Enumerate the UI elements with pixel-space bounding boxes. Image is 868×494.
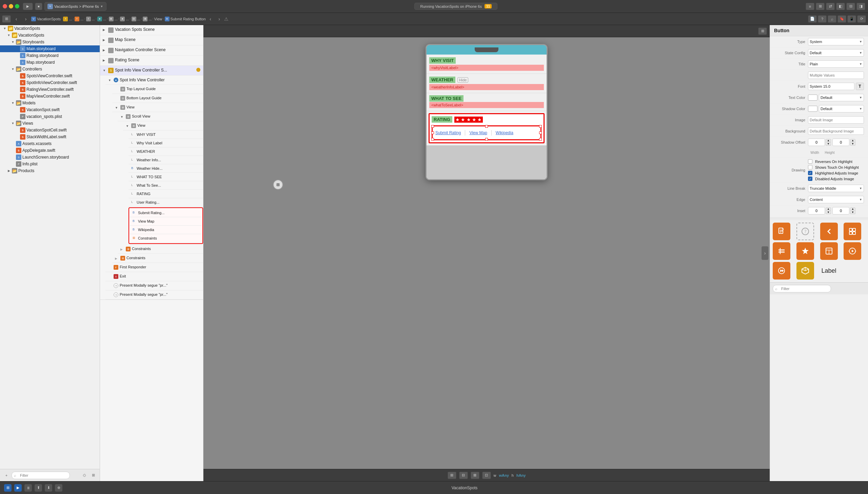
canvas-resize-2[interactable]: ⊟ (459, 472, 468, 479)
bc-item-8[interactable]: ⊟ ... (132, 17, 141, 21)
ib-obj-icon[interactable] (844, 223, 861, 240)
shadow-height-input[interactable] (832, 138, 849, 146)
back-nav-btn[interactable]: ‹ (12, 15, 20, 23)
minimize-button[interactable] (9, 4, 13, 8)
type-select[interactable]: System ▼ (808, 38, 864, 45)
highlighted-adjusts-checkbox[interactable]: ✓ (808, 171, 812, 175)
edge-select[interactable]: Content ▼ (808, 196, 864, 203)
tree-vscell[interactable]: S VacationSpotCell.swift (0, 127, 100, 133)
ib-file-icon[interactable] (773, 223, 790, 240)
tree-vacationspots[interactable]: 📁 VacationSpots (0, 32, 100, 39)
scene-wikipedia[interactable]: B Wikipedia (130, 226, 202, 234)
tree-views[interactable]: 📂 Views (0, 120, 100, 127)
ib-box3d-icon[interactable] (796, 262, 814, 280)
tree-plist[interactable]: P vacation_spots.plist (0, 113, 100, 120)
add-file-btn[interactable]: + (3, 472, 10, 479)
tree-infoplist[interactable]: P Info.plist (0, 160, 100, 167)
shows-touch-checkbox[interactable] (808, 165, 812, 169)
shadowcolor-select[interactable]: Default ▼ (819, 105, 864, 113)
ib-forward-icon[interactable] (773, 262, 790, 280)
image-input[interactable] (808, 116, 864, 124)
bc-item-7[interactable]: ● ... (120, 17, 129, 21)
bc-item-5[interactable]: ● ... (97, 17, 106, 21)
bc-vacationspots[interactable]: V VacationSpots (31, 17, 61, 21)
title-select[interactable]: Plain ▼ (808, 60, 864, 68)
tree-spotsvc[interactable]: S SpotsViewController.swift (0, 73, 100, 79)
right-filter-input[interactable] (773, 285, 831, 292)
tree-assets[interactable]: A Assets.xcassets (0, 140, 100, 147)
scene-inner-view[interactable]: ⊞ View (123, 121, 203, 130)
scene-bottom-layout[interactable]: ⊟ Bottom Layout Guide (112, 94, 203, 103)
ib-grid-icon[interactable] (773, 242, 790, 260)
scene-view-map[interactable]: B View Map (130, 217, 202, 226)
scene-why-visit-label[interactable]: L Why Visit Label (129, 139, 203, 147)
scene-user-rating[interactable]: L User Rating... (129, 198, 203, 207)
state-select[interactable]: Default ▼ (808, 49, 864, 57)
scene-what-to-see-lbl[interactable]: L What To See... (129, 181, 203, 190)
maximize-button[interactable] (15, 4, 19, 8)
scene-map[interactable]: Map Scene (100, 35, 203, 45)
bookmarks-btn[interactable]: 🔖 (837, 15, 846, 23)
wikipedia-btn[interactable]: Wikipedia (494, 130, 515, 136)
view-map-btn[interactable]: View Map (468, 130, 488, 136)
scene-view[interactable]: ⊞ View (112, 103, 203, 112)
shadow-height-stepper[interactable]: ▲ ▼ (850, 139, 855, 146)
clock-btn[interactable]: ⟳ (857, 15, 866, 23)
bc-button[interactable]: B Submit Rating Button (165, 17, 206, 21)
scene-what-to-see[interactable]: L WHAT TO SEE (129, 173, 203, 181)
scene-weather-info[interactable]: L Weather Info... (129, 156, 203, 164)
shadow-height-up[interactable]: ▲ (850, 139, 855, 142)
navigator-toggle[interactable]: ◧ (836, 3, 845, 10)
canvas-content[interactable]: WHY VISIT <whyVisitLabel> WEATHER Hide <… (203, 37, 770, 469)
debug-toggle[interactable]: ⊟ (846, 3, 855, 10)
inspector-toggle[interactable]: ◨ (856, 3, 865, 10)
ib-star-icon[interactable] (796, 242, 814, 260)
bc-back[interactable]: ‹ (206, 15, 215, 23)
tree-vacationspot[interactable]: S VacationSpot.swift (0, 107, 100, 113)
inset-height-down[interactable]: ▼ (850, 211, 855, 214)
shadow-height-down[interactable]: ▼ (850, 142, 855, 146)
scene-scroll-view[interactable]: ⊞ Scroll View (118, 112, 203, 121)
inset-height-stepper[interactable]: ▲ ▼ (850, 207, 855, 214)
text-color-swatch[interactable] (808, 95, 817, 101)
search-btn[interactable]: ⌕ (828, 15, 836, 23)
zoom-fit-btn[interactable]: ⊞ (758, 27, 767, 35)
tree-main-storyboard[interactable]: S Main.storyboard (0, 45, 100, 52)
title-input[interactable] (808, 72, 864, 79)
inset-width-up[interactable]: ▲ (826, 207, 831, 211)
scene-exit[interactable]: X Exit (106, 272, 203, 281)
editor-assistant-btn[interactable]: ⊞ (816, 3, 825, 10)
status-play-btn[interactable]: ▶ (14, 484, 22, 492)
bg-input[interactable] (808, 127, 864, 135)
bc-view[interactable]: View (154, 17, 162, 21)
scene-nav[interactable]: Navigation Controller Scene (100, 45, 203, 56)
tree-rating-storyboard[interactable]: S Rating.storyboard (0, 52, 100, 59)
play-button[interactable]: ▶ (23, 3, 33, 10)
tree-ratingvc[interactable]: S RatingViewController.swift (0, 86, 100, 93)
forward-nav-btn[interactable]: › (22, 15, 30, 23)
scene-rating[interactable]: Rating Scene (100, 56, 203, 66)
inset-width-down[interactable]: ▼ (826, 211, 831, 214)
file-icon-btn[interactable]: 📄 (808, 15, 817, 23)
canvas-resize-4[interactable]: ⊡ (482, 472, 491, 479)
font-picker-btn[interactable]: T (856, 83, 864, 90)
status-step-btn[interactable]: ⬇ (45, 484, 52, 492)
tree-root[interactable]: 📁 VacationSpots (0, 25, 100, 32)
help-btn[interactable]: ? (818, 15, 827, 23)
history-btn[interactable]: ⏲ (81, 472, 88, 479)
bc-item-3[interactable]: f ... (75, 17, 84, 21)
bc-item-4[interactable]: f ... (86, 17, 95, 21)
reverses-checkbox[interactable] (808, 159, 812, 164)
tree-mapvc[interactable]: S MapViewController.swift (0, 93, 100, 100)
editor-standard-btn[interactable]: ≡ (806, 3, 814, 10)
scene-segue-1[interactable]: → Present Modally segue "pr..." (106, 281, 203, 290)
scene-rating-lbl[interactable]: L RATING (129, 190, 203, 198)
scene-first-responder[interactable]: F First Responder (106, 263, 203, 272)
tree-launch[interactable]: S LaunchScreen.storyboard (0, 154, 100, 160)
stop-button[interactable]: ■ (35, 3, 42, 10)
font-select[interactable]: System 15.0 (808, 83, 854, 90)
shadow-width-up[interactable]: ▲ (826, 139, 831, 142)
scene-spot-info-vc[interactable]: ● Spot Info View Controller (106, 76, 203, 85)
warning-badge[interactable]: 11 (484, 4, 492, 8)
inset-height-up[interactable]: ▲ (850, 207, 855, 211)
